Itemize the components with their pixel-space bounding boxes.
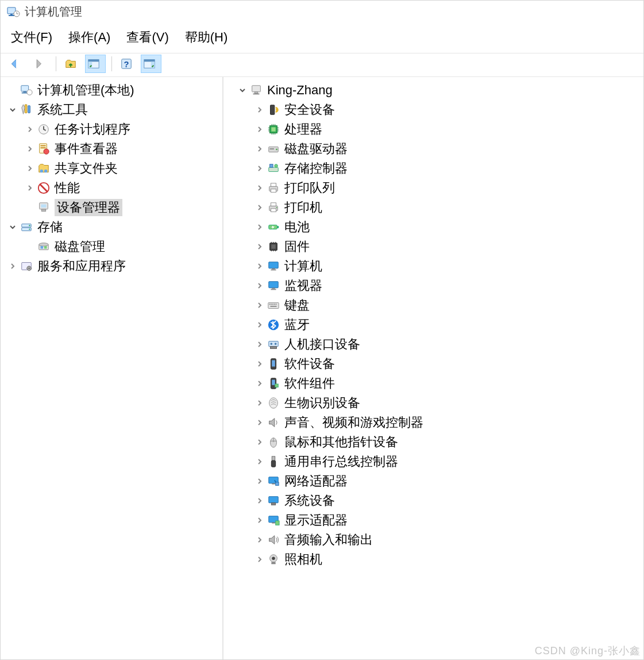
node-sound-video-game[interactable]: 声音、视频和游戏控制器: [226, 413, 641, 432]
node-usb-controllers[interactable]: 通用串行总线控制器: [226, 452, 641, 471]
node-cameras[interactable]: 照相机: [226, 550, 641, 569]
node-performance[interactable]: 性能: [3, 178, 220, 198]
node-network-adapters[interactable]: 网络适配器: [226, 471, 641, 491]
tree-item-label: 显示适配器: [284, 512, 348, 529]
help-icon: ?: [120, 57, 133, 70]
monitor-icon: [266, 259, 281, 274]
mouse-icon: [266, 435, 281, 450]
node-monitors[interactable]: 监视器: [226, 276, 641, 296]
menu-action[interactable]: 操作(A): [68, 29, 110, 46]
chevron-right-icon[interactable]: [253, 282, 266, 289]
chevron-right-icon[interactable]: [253, 458, 266, 465]
battery-icon: [266, 220, 281, 235]
chevron-right-icon[interactable]: [253, 556, 266, 563]
chevron-right-icon[interactable]: [253, 302, 266, 309]
menu-file[interactable]: 文件(F): [11, 29, 52, 46]
chevron-down-icon[interactable]: [6, 224, 19, 231]
node-batteries[interactable]: 电池: [226, 217, 641, 237]
node-software-devices[interactable]: 软件设备: [226, 354, 641, 374]
svg-rect-27: [41, 209, 45, 212]
forward-button[interactable]: [29, 55, 50, 73]
svg-rect-75: [276, 304, 277, 305]
chevron-right-icon[interactable]: [253, 400, 266, 406]
chevron-down-icon[interactable]: [6, 106, 19, 113]
tree-item-label: 磁盘管理: [55, 238, 105, 255]
tree-item-label: 任务计划程序: [55, 121, 130, 138]
chevron-right-icon[interactable]: [253, 126, 266, 133]
node-display-adapters[interactable]: 显示适配器: [226, 511, 641, 530]
chevron-right-icon[interactable]: [253, 341, 266, 348]
printer-icon: [266, 200, 281, 215]
chevron-right-icon[interactable]: [253, 106, 266, 113]
node-storage-controllers[interactable]: 存储控制器: [226, 159, 641, 178]
chevron-right-icon[interactable]: [253, 145, 266, 152]
chevron-right-icon[interactable]: [253, 380, 266, 387]
node-print-queues[interactable]: 打印队列: [226, 178, 641, 198]
node-software-components[interactable]: 软件组件: [226, 374, 641, 393]
node-audio-io[interactable]: 音频输入和输出: [226, 530, 641, 550]
chevron-right-icon[interactable]: [253, 321, 266, 328]
chevron-right-icon[interactable]: [253, 263, 266, 270]
chevron-right-icon[interactable]: [253, 439, 266, 446]
node-computer[interactable]: 计算机: [226, 256, 641, 276]
svg-rect-64: [269, 262, 279, 268]
chevron-right-icon[interactable]: [253, 243, 266, 250]
node-task-scheduler[interactable]: 任务计划程序: [3, 120, 220, 139]
help-button[interactable]: ?: [118, 55, 138, 73]
computer-management-window: 计算机管理 文件(F) 操作(A) 查看(V) 帮助(H) ? 计算机管理(本地…: [0, 0, 644, 660]
svg-rect-28: [41, 205, 46, 208]
computer-management-icon: [6, 5, 20, 19]
chevron-right-icon[interactable]: [253, 360, 266, 367]
menu-help[interactable]: 帮助(H): [185, 29, 228, 46]
show-hide-actions-button[interactable]: [141, 55, 161, 73]
back-button[interactable]: [6, 55, 27, 73]
node-services-apps[interactable]: 服务和应用程序: [3, 256, 220, 276]
node-computer-management-local[interactable]: 计算机管理(本地): [3, 80, 220, 100]
chevron-down-icon[interactable]: [236, 87, 249, 94]
node-disk-management[interactable]: 磁盘管理: [3, 237, 220, 256]
node-device-manager[interactable]: 设备管理器: [3, 198, 220, 217]
node-hid[interactable]: 人机接口设备: [226, 335, 641, 354]
node-system-devices[interactable]: 系统设备: [226, 491, 641, 511]
chevron-right-icon[interactable]: [6, 263, 19, 270]
chevron-right-icon[interactable]: [24, 145, 36, 152]
node-security-devices[interactable]: 安全设备: [226, 100, 641, 120]
node-storage[interactable]: 存储: [3, 217, 220, 237]
node-mice[interactable]: 鼠标和其他指针设备: [226, 432, 641, 452]
node-biometric[interactable]: 生物识别设备: [226, 393, 641, 413]
node-shared-folders[interactable]: 共享文件夹: [3, 159, 220, 178]
node-processors[interactable]: 处理器: [226, 120, 641, 139]
node-keyboards[interactable]: 键盘: [226, 296, 641, 315]
menu-view[interactable]: 查看(V): [126, 29, 168, 46]
left-tree-pane[interactable]: 计算机管理(本地)系统工具任务计划程序事件查看器共享文件夹性能设备管理器存储磁盘…: [1, 77, 223, 659]
svg-rect-2: [9, 15, 14, 16]
node-root-computer[interactable]: King-Zhang: [226, 80, 641, 100]
right-tree-pane[interactable]: King-Zhang安全设备处理器磁盘驱动器存储控制器打印队列打印机电池固件计算…: [223, 77, 643, 659]
node-event-viewer[interactable]: 事件查看器: [3, 139, 220, 159]
node-disk-drives[interactable]: 磁盘驱动器: [226, 139, 641, 159]
menubar: 文件(F) 操作(A) 查看(V) 帮助(H): [1, 25, 643, 53]
chevron-right-icon[interactable]: [253, 419, 266, 426]
show-hide-tree-button[interactable]: [85, 55, 106, 73]
chevron-right-icon[interactable]: [253, 204, 266, 211]
svg-rect-90: [271, 461, 275, 467]
up-button[interactable]: [62, 55, 83, 73]
chevron-right-icon[interactable]: [24, 165, 36, 172]
software-device-icon: [266, 356, 281, 371]
node-firmware[interactable]: 固件: [226, 237, 641, 256]
chevron-right-icon[interactable]: [253, 185, 266, 191]
chevron-right-icon[interactable]: [253, 224, 266, 231]
chevron-right-icon[interactable]: [253, 165, 266, 172]
svg-rect-92: [272, 484, 275, 485]
node-system-tools[interactable]: 系统工具: [3, 100, 220, 120]
tree-item-label: 事件查看器: [55, 140, 118, 158]
chevron-right-icon[interactable]: [253, 536, 266, 543]
chevron-right-icon[interactable]: [253, 497, 266, 504]
chevron-right-icon[interactable]: [24, 185, 36, 191]
chevron-right-icon[interactable]: [253, 478, 266, 485]
node-printers[interactable]: 打印机: [226, 198, 641, 217]
tree-item-label: 存储: [37, 218, 63, 236]
chevron-right-icon[interactable]: [24, 126, 36, 133]
node-bluetooth[interactable]: 蓝牙: [226, 315, 641, 335]
chevron-right-icon[interactable]: [253, 517, 266, 524]
